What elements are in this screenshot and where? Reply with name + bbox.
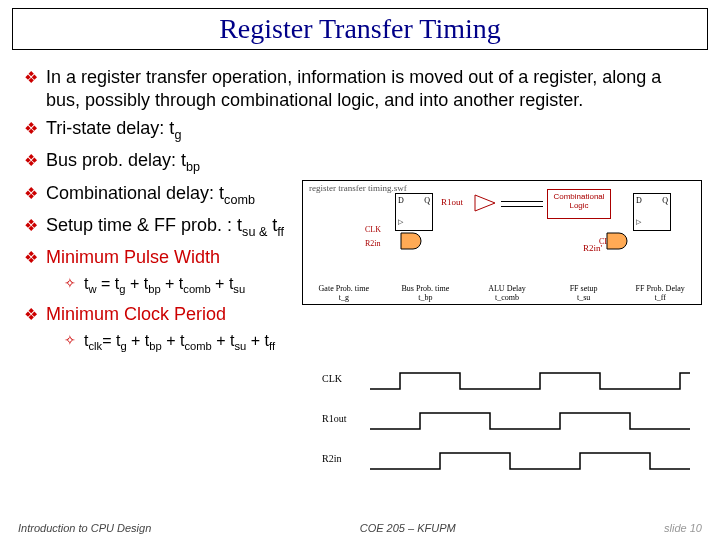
timing-labels-row: Gate Prob. time t_g Bus Prob. time t_bp … (303, 284, 701, 302)
col-name: FF Prob. Delay (630, 284, 690, 293)
timing-col: Bus Prob. time t_bp (395, 284, 455, 302)
bullet-intro: ❖ In a register transfer operation, info… (24, 66, 696, 111)
timing-col: FF Prob. Delay t_ff (630, 284, 690, 302)
diamond-icon: ❖ (24, 305, 38, 324)
bullet-text: Bus prob. delay: tbp (46, 149, 200, 175)
diamond-open-icon: ✧ (64, 275, 76, 291)
and-gate-icon (399, 231, 429, 251)
bullet-min-clock: ❖ Minimum Clock Period (24, 303, 696, 326)
col-name: FF setup (559, 284, 609, 293)
svg-marker-0 (475, 195, 495, 211)
bullet-bus: ❖ Bus prob. delay: tbp (24, 149, 696, 175)
col-name: ALU Delay (477, 284, 537, 293)
d-label: D (398, 196, 404, 205)
col-var: t_su (559, 293, 609, 302)
r2in-label: R2in (365, 239, 381, 248)
bus-line (501, 201, 543, 207)
diamond-icon: ❖ (24, 68, 38, 87)
col-var: t_ff (630, 293, 690, 302)
diamond-icon: ❖ (24, 184, 38, 203)
sub-min-clock: ✧ tclk= tg + tbp + tcomb + tsu + tff (64, 332, 696, 352)
col-name: Gate Prob. time (314, 284, 374, 293)
diamond-icon: ❖ (24, 151, 38, 170)
bullet-text: Combinational delay: tcomb (46, 182, 255, 208)
timing-col: Gate Prob. time t_g (314, 284, 374, 302)
bullet-tristate: ❖ Tri-state delay: tg (24, 117, 696, 143)
sub-text: tw = tg + tbp + tcomb + tsu (84, 275, 245, 295)
d-label: D (636, 196, 642, 205)
tristate-icon (473, 193, 501, 213)
q-label: Q (662, 196, 668, 205)
and-gate-icon (605, 231, 635, 251)
r1out-waveform-icon (370, 409, 690, 433)
bullet-text: Minimum Clock Period (46, 303, 226, 326)
wave-label-r2in: R2in (322, 453, 341, 464)
r2in-waveform-icon (370, 449, 690, 473)
wave-label-clk: CLK (322, 373, 342, 384)
diamond-open-icon: ✧ (64, 332, 76, 348)
comb-logic-box: Combinational Logic (547, 189, 611, 219)
r2in-prime-label: R2in' (583, 243, 602, 253)
clk-waveform-icon (370, 369, 690, 393)
wave-label-r1out: R1out (322, 413, 346, 424)
page-title: Register Transfer Timing (13, 13, 707, 45)
clock-tri-icon: ▷ (636, 218, 641, 226)
diamond-icon: ❖ (24, 248, 38, 267)
footer-center: COE 205 – KFUPM (360, 522, 456, 534)
col-name: Bus Prob. time (395, 284, 455, 293)
bullet-text: Setup time & FF prob. : tsu & tff (46, 214, 284, 240)
swf-placeholder: register transfer timing.swf (309, 183, 407, 193)
q-label: Q (424, 196, 430, 205)
title-container: Register Transfer Timing (12, 8, 708, 50)
timing-col: ALU Delay t_comb (477, 284, 537, 302)
clock-tri-icon: ▷ (398, 218, 403, 226)
flipflop-r1: D Q ▷ (395, 193, 433, 231)
col-var: t_bp (395, 293, 455, 302)
bullet-text: Tri-state delay: tg (46, 117, 181, 143)
footer-right: slide 10 (664, 522, 702, 534)
timing-col: FF setup t_su (559, 284, 609, 302)
footer-left: Introduction to CPU Design (18, 522, 151, 534)
col-var: t_g (314, 293, 374, 302)
diamond-icon: ❖ (24, 119, 38, 138)
sub-text: tclk= tg + tbp + tcomb + tsu + tff (84, 332, 275, 352)
flipflop-r2: D Q ▷ (633, 193, 671, 231)
waveform-diagram: CLK R1out R2in (322, 365, 702, 480)
clk-label: CLK (365, 225, 381, 234)
bullet-text: Minimum Pulse Width (46, 246, 220, 269)
diamond-icon: ❖ (24, 216, 38, 235)
circuit-diagram: register transfer timing.swf D Q ▷ R1out… (302, 180, 702, 305)
r1out-label: R1out (441, 197, 463, 207)
col-var: t_comb (477, 293, 537, 302)
bullet-text: In a register transfer operation, inform… (46, 66, 696, 111)
footer: Introduction to CPU Design COE 205 – KFU… (0, 522, 720, 534)
